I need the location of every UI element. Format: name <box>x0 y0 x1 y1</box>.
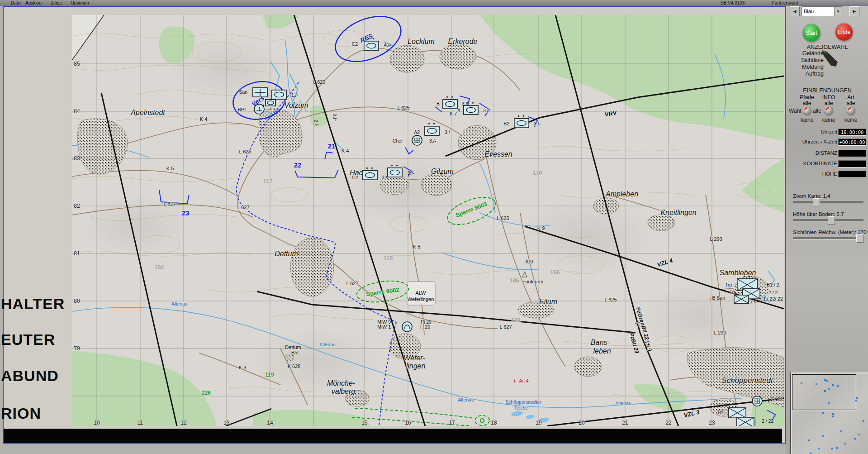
menu-item-3[interactable]: Zeige <box>51 0 62 5</box>
unit-symbol-armor[interactable]: • •C24./- <box>364 41 379 51</box>
minimap-unit-dot <box>837 385 839 387</box>
map-label: 14 <box>267 420 273 426</box>
map-label: 17 <box>449 420 455 426</box>
unit-symbol-armor[interactable]: • •B3./- <box>442 99 458 109</box>
map-label: L 625 <box>397 105 409 110</box>
unit-symbol-armor[interactable]: Bstf <box>265 99 276 106</box>
map-label: 18 <box>491 420 497 426</box>
slider-track-1[interactable] <box>793 201 863 203</box>
map-label: Kneitlingen <box>660 209 696 217</box>
minimap-unit-dot <box>822 412 824 414</box>
party-select[interactable]: Blau ▼ <box>802 6 842 16</box>
margin-text-4: RION <box>1 405 41 422</box>
overview-minimap[interactable] <box>791 373 868 454</box>
map-label: K 7 <box>450 111 457 116</box>
unit-symbol-armor[interactable]: • •A3./- <box>463 105 479 115</box>
slider-thumb-3[interactable] <box>856 234 863 243</box>
minimap-unit-dot <box>844 443 846 444</box>
minimap-unit-dot <box>832 384 834 386</box>
unit-label: 2./ 22 <box>762 418 773 424</box>
map-label: L 629 <box>239 149 251 154</box>
map-label: K 9 <box>537 225 545 231</box>
unit-size-dots: • • <box>428 122 436 125</box>
map-label: Dettum <box>275 250 298 258</box>
control-sidebar: ◀ Blau ▼ ▶ Start Ende ANZEIGEWAHL Geländ… <box>786 0 868 454</box>
map-label: 80 <box>74 298 80 304</box>
anzeigewahl-item-3[interactable]: Meldung <box>802 64 824 70</box>
map-label: Altenau <box>615 401 631 406</box>
unit-symbol-armor[interactable]: • •A23./- <box>424 126 440 136</box>
map-label: Funkturm <box>522 279 543 284</box>
map-label: Schöppenstedter <box>505 399 541 405</box>
knob-Art[interactable] <box>846 106 855 115</box>
menu-item-2[interactable]: Auslöser <box>25 0 43 5</box>
funkturm-icon <box>522 272 527 277</box>
slider-track-3[interactable] <box>793 237 863 239</box>
unit-symbol-bpz[interactable]: BPz1./- <box>254 104 265 115</box>
map-label: K 5 <box>166 166 174 171</box>
unit-symbol-armor[interactable]: • •B23./- <box>514 118 529 128</box>
chevron-down-icon[interactable]: ▼ <box>834 7 842 16</box>
unit-size-dots: • • <box>467 101 475 105</box>
unit-label: 1./- <box>291 92 298 98</box>
map-label: Art 4 <box>519 378 528 383</box>
unit-symbol-armor[interactable]: 1./- <box>271 90 287 100</box>
map-label: 146 <box>509 277 519 284</box>
map-label: 11 <box>138 420 143 426</box>
unit-size-dots: • • <box>368 37 375 40</box>
party-next-button[interactable]: ▶ <box>849 6 859 16</box>
unit-label: Trp <box>725 282 732 287</box>
minimap-unit-dot <box>831 448 833 449</box>
map-label: 119 <box>265 372 274 378</box>
map-label: 22 <box>665 420 671 426</box>
map-label: 82 <box>74 203 80 209</box>
knob-Pfade[interactable] <box>802 106 811 115</box>
slider-thumb-2[interactable] <box>828 216 835 225</box>
slider-thumb-1[interactable] <box>813 198 820 206</box>
map-label: 10 <box>94 420 100 426</box>
unit-symbol-med[interactable]: San1./- <box>252 87 268 97</box>
party-select-label: Parteienwahl <box>764 0 805 5</box>
anzeigewahl-item-4[interactable]: Auftrag <box>806 71 824 77</box>
app-window: { "menu":{ "items":[ {"label":"Datei","e… <box>0 0 868 454</box>
unit-symbol-armor[interactable]: • •3./- <box>387 167 403 177</box>
unit-symbol-armor[interactable]: • •C23./ <box>362 170 378 180</box>
menu-bar: SB V4.3103 Parteienwahl DateiAuslöserZei… <box>0 0 868 6</box>
unit-symbol-hq[interactable]: 2./ 22 <box>752 396 763 406</box>
anzeigewahl-title: ANZEIGEWAHL <box>786 44 868 50</box>
start-button[interactable]: Start <box>803 24 820 42</box>
party-prev-button[interactable]: ◀ <box>790 6 800 16</box>
map-label: Teiche <box>514 405 528 411</box>
minimap-unit-dot <box>832 413 834 415</box>
menu-item-4[interactable]: Optionen <box>71 0 89 5</box>
unit-symbol-inf[interactable]: 2./ 22 <box>736 417 754 426</box>
ende-button[interactable]: Ende <box>835 24 853 41</box>
unit-size-dots: • • <box>744 274 751 278</box>
unit-label: 4./- <box>384 42 391 48</box>
ponds <box>511 411 549 423</box>
minimap-unit-dot <box>840 430 842 432</box>
unit-label: B San <box>712 295 725 301</box>
map-label: 13 <box>223 420 229 426</box>
map-label: K 4 <box>200 116 208 122</box>
map-label: valberg <box>332 387 355 396</box>
unit-label: MiW 1 <box>377 324 391 330</box>
knob-INFO[interactable] <box>824 106 833 115</box>
menu-item-1[interactable]: Datei <box>11 0 21 5</box>
map-label: 21 <box>622 420 628 426</box>
map-label: K 8 <box>413 244 421 249</box>
knob-left-Pfade: Wahl <box>786 108 801 114</box>
map-label: 79 <box>74 345 80 352</box>
unit-label: 1./- <box>270 107 276 112</box>
minimap-unit-dot <box>818 448 820 449</box>
unit-symbol-hq[interactable]: Chef3./- <box>412 135 422 146</box>
unit-symbol-miw[interactable]: MiW 9MiW 1Pi 20H 20 <box>402 321 413 332</box>
map-label: + <box>512 378 516 384</box>
unit-symbol-inf[interactable]: B San1./ 22/ 22 <box>734 295 749 304</box>
tactical-map[interactable]: ApelnstedtVolzumLocklumErkerodeEvessenHa… <box>72 15 784 426</box>
minimap-unit-dot <box>859 434 860 435</box>
anzeigewahl-item-1[interactable]: Gelände <box>802 50 824 57</box>
anzeigewahl-item-2[interactable]: Sichtlinie <box>801 57 824 63</box>
map-label: 15 <box>361 420 367 426</box>
map-label: Apelnstedt <box>131 109 165 117</box>
